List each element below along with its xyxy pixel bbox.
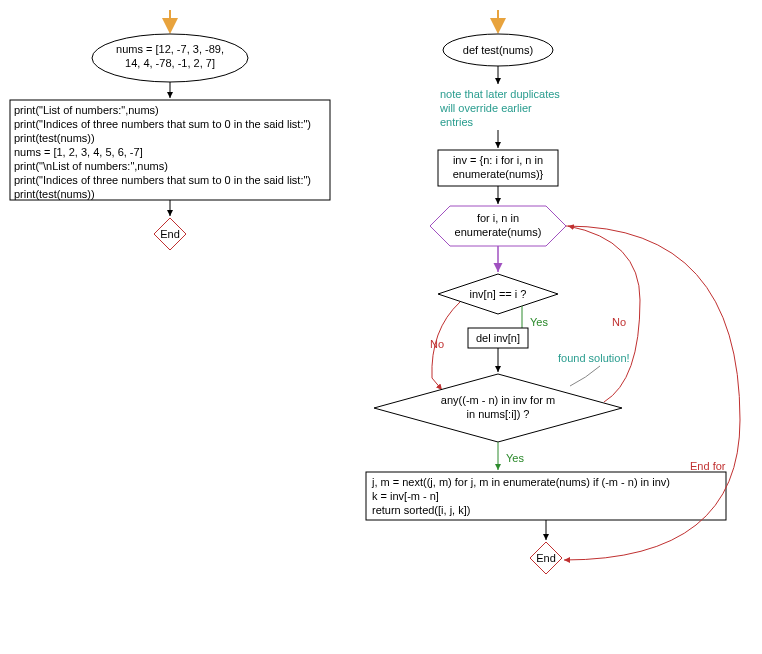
left-code-line7: print(test(nums)) [14,188,95,200]
flowchart-canvas: nums = [12, -7, 3, -89, 14, 4, -78, -1, … [0,0,762,654]
left-code-line1: print("List of numbers:",nums) [14,104,159,116]
left-code-line6: print("Indices of three numbers that sum… [14,174,311,186]
left-code-line3: print(test(nums)) [14,132,95,144]
def-text: def test(nums) [463,44,533,56]
found-comment: found solution! [558,352,630,364]
left-start-text-line2: 14, 4, -78, -1, 2, 7] [125,57,215,69]
comment-line1: note that later duplicates [440,88,560,100]
left-code-line4: nums = [1, 2, 3, 4, 5, 6, -7] [14,146,143,158]
result-line3: return sorted([i, j, k]) [372,504,470,516]
for-text-line1: for i, n in [477,212,519,224]
right-end-text: End [536,552,556,564]
result-line1: j, m = next((j, m) for j, m in enumerate… [371,476,670,488]
left-start-text-line1: nums = [12, -7, 3, -89, [116,43,224,55]
del-text: del inv[n] [476,332,520,344]
cond1-no-label: No [430,338,444,350]
cond2-text-line1: any((-m - n) in inv for m [441,394,555,406]
left-code-line2: print("Indices of three numbers that sum… [14,118,311,130]
left-code-line5: print("\nList of numbers:",nums) [14,160,168,172]
found-comment-line [570,366,600,386]
cond2-text-line2: in nums[:i]) ? [467,408,530,420]
inv-text-line2: enumerate(nums)} [453,168,544,180]
inv-text-line1: inv = {n: i for i, n in [453,154,543,166]
cond2-yes-label: Yes [506,452,524,464]
comment-line2: will override earlier [439,102,532,114]
cond2-no-arrow [568,226,640,402]
cond1-text: inv[n] == i ? [470,288,527,300]
result-line2: k = inv[-m - n] [372,490,439,502]
left-end-text: End [160,228,180,240]
cond2-no-label: No [612,316,626,328]
comment-line3: entries [440,116,474,128]
for-text-line2: enumerate(nums) [455,226,542,238]
cond1-yes-label: Yes [530,316,548,328]
end-for-label: End for [690,460,726,472]
